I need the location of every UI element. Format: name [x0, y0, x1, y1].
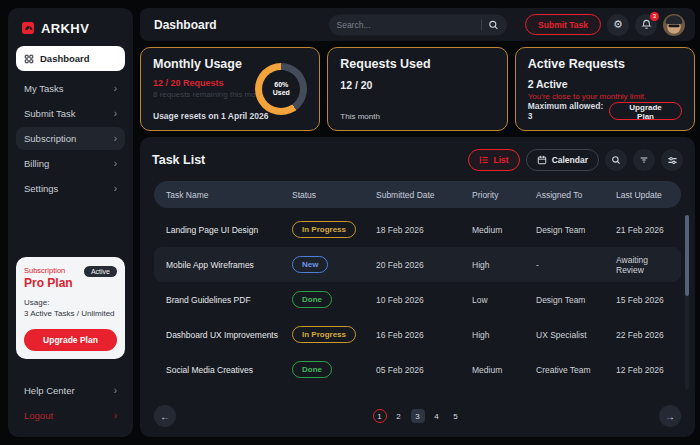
sidebar-item-dashboard[interactable]: Dashboard — [16, 46, 125, 71]
brand-logo: ARKHV — [16, 18, 125, 46]
filter-button[interactable] — [633, 149, 655, 171]
search-icon — [611, 155, 621, 165]
active-requests-card: Active Requests 2 Active You're close to… — [515, 47, 695, 131]
requests-used-card: Requests Used 12 / 20 This month — [327, 47, 507, 131]
status-badge: Done — [292, 361, 332, 378]
sidebar-item-label: Settings — [24, 183, 58, 194]
calendar-view-button[interactable]: Calendar — [526, 149, 599, 171]
stats-cards: Monthly Usage 12 / 20 Requests 8 request… — [140, 47, 695, 131]
next-page-button[interactable]: → — [659, 405, 681, 427]
topbar-actions: Submit Task ⚙ 3 — [525, 14, 685, 36]
search-divider — [481, 19, 482, 30]
task-list-panel: Task List List Calendar — [140, 137, 695, 437]
sidebar-item-settings[interactable]: Settings › — [16, 177, 125, 200]
settings-button[interactable]: ⚙ — [607, 14, 629, 36]
arrow-left-icon: ← — [160, 411, 170, 422]
chevron-right-icon: › — [114, 410, 117, 421]
page-button-4[interactable]: 4 — [430, 409, 444, 423]
user-avatar[interactable] — [663, 14, 685, 36]
sidebar-item-subscription[interactable]: Subscription › — [16, 127, 125, 150]
search-box — [329, 14, 507, 35]
status-badge: In Progress — [292, 326, 356, 343]
submit-task-button[interactable]: Submit Task — [525, 14, 601, 35]
chevron-right-icon: › — [114, 108, 117, 119]
column-header[interactable]: Status — [292, 190, 376, 200]
plan-usage: Usage: 3 Active Tasks / Unlimited — [24, 298, 117, 320]
upgrade-plan-button[interactable]: Upgrade Plan — [24, 329, 117, 351]
sidebar-item-label: Subscription — [24, 133, 76, 144]
table-scrollbar[interactable] — [685, 215, 689, 390]
sidebar-item-label: Dashboard — [40, 53, 90, 64]
plan-name: Pro Plan — [24, 276, 73, 290]
column-header[interactable]: Submitted Date — [376, 190, 472, 200]
usage-donut-chart: 60% Used — [255, 63, 307, 115]
chevron-right-icon: › — [114, 83, 117, 94]
sliders-button[interactable] — [661, 149, 683, 171]
status-badge: Done — [292, 291, 332, 308]
topbar: Dashboard Submit Task ⚙ 3 — [140, 8, 695, 41]
list-view-button[interactable]: List — [468, 149, 520, 171]
table-header: Task Name Status Submitted Date Priority… — [154, 181, 681, 208]
list-icon — [479, 155, 489, 165]
calendar-icon — [537, 155, 547, 165]
search-input[interactable] — [337, 20, 475, 30]
table-row[interactable]: Social Media Creatives Done 05 Feb 2026 … — [154, 352, 681, 387]
donut-label: Used — [273, 89, 290, 97]
card-title: Requests Used — [340, 57, 494, 71]
column-header[interactable]: Task Name — [166, 190, 292, 200]
page-numbers: 1 2 3 4 5 — [176, 409, 659, 423]
main-content: Dashboard Submit Task ⚙ 3 — [140, 8, 695, 437]
table-row[interactable]: Mobile App Wireframes New 20 Feb 2026 Hi… — [154, 247, 681, 282]
sidebar-item-my-tasks[interactable]: My Tasks › — [16, 77, 125, 100]
prev-page-button[interactable]: ← — [154, 405, 176, 427]
status-badge: In Progress — [292, 221, 356, 238]
table-search-button[interactable] — [605, 149, 627, 171]
plan-usage-label: Usage: — [24, 298, 117, 309]
search-icon[interactable] — [488, 19, 499, 30]
active-requests-value: 2 Active — [528, 78, 682, 90]
bell-icon — [641, 19, 652, 30]
subscription-card: Subscription Pro Plan Active Usage: 3 Ac… — [16, 257, 125, 359]
sidebar-footer: Help Center › Logout › — [16, 379, 125, 427]
grid-icon — [24, 54, 34, 64]
sidebar-item-label: Help Center — [24, 385, 75, 396]
scrollbar-thumb[interactable] — [685, 215, 689, 296]
table-row[interactable]: Brand Guidelines PDF Done 10 Feb 2026 Lo… — [154, 282, 681, 317]
monthly-usage-card: Monthly Usage 12 / 20 Requests 8 request… — [140, 47, 320, 131]
notification-count-badge: 3 — [650, 12, 659, 21]
page-button-5[interactable]: 5 — [449, 409, 463, 423]
pagination: ← 1 2 3 4 5 → — [152, 403, 683, 427]
limit-warning: You're close to your monthly limit. — [528, 92, 682, 101]
brand-logo-icon — [20, 20, 36, 36]
sidebar-item-label: Submit Task — [24, 108, 76, 119]
status-badge: New — [292, 256, 328, 273]
sidebar-item-billing[interactable]: Billing › — [16, 152, 125, 175]
arrow-right-icon: → — [665, 411, 675, 422]
page-button-3[interactable]: 3 — [411, 409, 425, 423]
chevron-right-icon: › — [114, 158, 117, 169]
filter-icon — [639, 155, 649, 165]
gear-icon: ⚙ — [613, 18, 623, 31]
column-header[interactable]: Assigned To — [536, 190, 616, 200]
sidebar-item-submit-task[interactable]: Submit Task › — [16, 102, 125, 125]
column-header[interactable]: Last Update — [616, 190, 669, 200]
page-button-2[interactable]: 2 — [392, 409, 406, 423]
card-title: Active Requests — [528, 57, 682, 71]
sidebar-item-label: My Tasks — [24, 83, 63, 94]
table-row[interactable]: Dashboard UX Improvements In Progress 16… — [154, 317, 681, 352]
plan-usage-value: 3 Active Tasks / Unlimited — [24, 309, 117, 320]
sliders-icon — [667, 155, 678, 166]
column-header[interactable]: Priority — [472, 190, 536, 200]
chevron-right-icon: › — [114, 133, 117, 144]
notifications-button[interactable]: 3 — [635, 14, 657, 36]
app-root: ARKHV Dashboard My Tasks › Submit Task ›… — [0, 0, 700, 445]
donut-percent: 60% — [274, 81, 288, 89]
sidebar-item-logout[interactable]: Logout › — [16, 404, 125, 427]
page-button-1[interactable]: 1 — [373, 409, 387, 423]
table-row[interactable]: Landing Page UI Design In Progress 18 Fe… — [154, 212, 681, 247]
page-title: Dashboard — [154, 18, 217, 32]
plan-eyebrow: Subscription — [24, 266, 73, 275]
upgrade-plan-button-small[interactable]: Upgrade Plan — [609, 102, 682, 120]
task-list-title: Task List — [152, 153, 205, 167]
sidebar-item-help-center[interactable]: Help Center › — [16, 379, 125, 402]
